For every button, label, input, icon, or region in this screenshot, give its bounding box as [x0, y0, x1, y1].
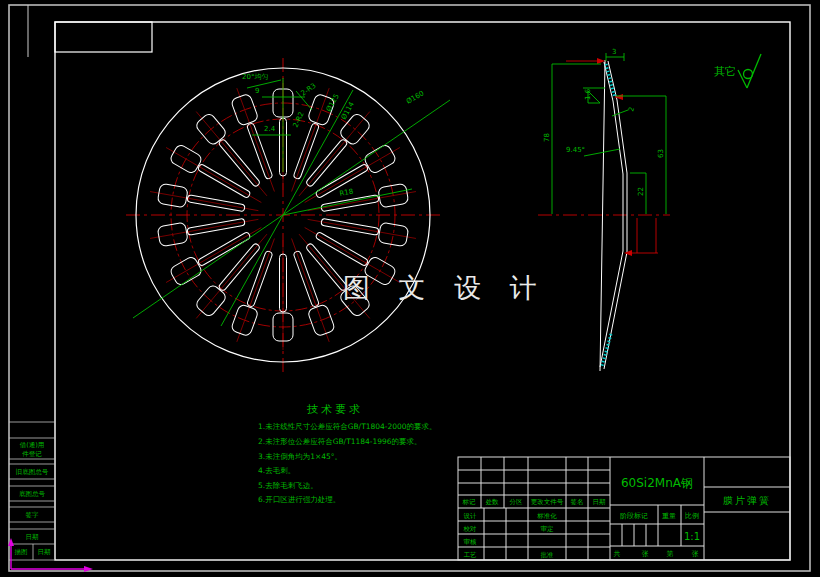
scale-value: 1:1	[684, 531, 700, 542]
top-left-box	[55, 22, 152, 52]
sheet-total-unit: 张	[642, 550, 649, 558]
sheet-no-label: 第	[667, 550, 674, 558]
tech-requirements-title: 技术要求	[307, 403, 363, 416]
side-red-leaders	[566, 58, 658, 256]
part-name-cell: 膜片弹簧	[723, 495, 771, 506]
dim-height-78: 78	[543, 133, 551, 142]
dim-radius-18: R18	[339, 187, 354, 197]
rev-col-docno: 更改文件号	[531, 498, 564, 506]
tech-item-4: 4.去毛刺。	[258, 466, 295, 475]
rev-col-count: 处数	[486, 498, 500, 506]
tech-item-3: 3.未注倒角均为1×45°。	[258, 452, 342, 461]
rev-col-zone: 分区	[510, 498, 524, 506]
tech-item-2: 2.未注形位公差应符合GB/T1184-1996的要求。	[258, 437, 422, 446]
strip-bottom-right: 日期	[38, 548, 51, 556]
strip-row-date: 日期	[26, 533, 39, 541]
drawing-svg: 借(通)用 件登记 旧底图总号 底图总号 签字 日期 描图 日期	[0, 0, 820, 577]
tech-requirements: 技术要求 1.未注线性尺寸公差应符合GB/T1804-2000的要求。 2.未注…	[258, 403, 437, 504]
watermark-text: 图 文 设 计	[343, 272, 547, 303]
side-view: 3 1.6 2 78 9.45° 63 22	[538, 48, 670, 371]
row-process: 工艺	[464, 551, 478, 559]
hatch-top	[606, 64, 615, 98]
row-review: 审核	[464, 538, 478, 546]
sheet-total-label: 共	[614, 550, 621, 558]
strip-row-borrow-2: 件登记	[22, 450, 42, 458]
dim-cone-angle: 9.45°	[566, 146, 585, 154]
strip-row-sign: 签字	[26, 511, 40, 519]
dim-tip-radius: 2-R3	[300, 82, 318, 98]
tech-item-6: 6.开口区进行强力处理。	[258, 495, 340, 504]
strip-bottom-left: 描图	[15, 548, 28, 556]
dim-angle-spacing: 20°均匀	[242, 73, 268, 81]
dim-diameter-160: Ø160	[405, 89, 425, 105]
title-block-labels: 标记 处数 分区 更改文件号 签名 日期 设计 校对 审核 工艺 标准化 审定 …	[462, 498, 701, 559]
row-approval-check: 审定	[541, 525, 555, 533]
dim-height-22: 22	[637, 187, 645, 196]
margin-strip-labels: 借(通)用 件登记 旧底图总号 底图总号 签字 日期 描图 日期	[15, 441, 51, 556]
side-dim-lines	[552, 53, 666, 214]
title-block: 标记 处数 分区 更改文件号 签名 日期 设计 校对 审核 工艺 标准化 审定 …	[458, 457, 790, 560]
front-view: 20°均匀 9 2-R3 2-R2 2.4 Ø125 Ø114 Ø160 R18	[126, 58, 450, 374]
scale-label: 比例	[685, 512, 699, 520]
strip-row-borrow-1: 借(通)用	[20, 441, 45, 449]
tech-item-1: 1.未注线性尺寸公差应符合GB/T1804-2000的要求。	[258, 422, 437, 431]
stage-mark-label: 阶段标记	[620, 512, 648, 520]
dim-height-63: 63	[657, 149, 665, 158]
cad-drawing-sheet: 借(通)用 件登记 旧底图总号 底图总号 签字 日期 描图 日期	[0, 0, 820, 577]
title-block-grid	[458, 457, 790, 560]
rev-col-signature: 签名	[571, 498, 584, 506]
sheet-no-unit: 张	[692, 550, 699, 558]
row-check: 校对	[463, 525, 478, 533]
dim-diameter-114: Ø114	[340, 100, 356, 121]
dim-step: 2	[627, 106, 636, 112]
dim-top-width: 3	[612, 48, 616, 56]
surface-roughness-note: 其它	[714, 54, 761, 88]
tech-item-5: 5.去除毛刺飞边。	[258, 481, 318, 490]
dim-thickness: 1.6	[584, 88, 592, 100]
rev-col-mark: 标记	[462, 498, 477, 506]
dim-root-radius: 2-R2	[292, 111, 306, 129]
dim-slot-width: 2.4	[264, 125, 276, 133]
strip-row-old-base: 旧底图总号	[16, 468, 49, 476]
profile-outline	[600, 60, 627, 371]
dim-diameter-125: Ø125	[325, 93, 341, 113]
roughness-symbol-icon	[738, 54, 761, 88]
dim-finger-width: 9	[255, 87, 259, 95]
row-approve: 批准	[541, 551, 555, 559]
rev-col-date: 日期	[593, 498, 606, 506]
surface-note-label: 其它	[714, 65, 736, 78]
row-design: 设计	[464, 512, 478, 520]
strip-row-base: 底图总号	[19, 490, 46, 498]
weight-label: 重量	[662, 512, 676, 520]
material-cell: 60Si2MnA钢	[621, 476, 693, 490]
row-standardization: 标准化	[536, 512, 557, 520]
